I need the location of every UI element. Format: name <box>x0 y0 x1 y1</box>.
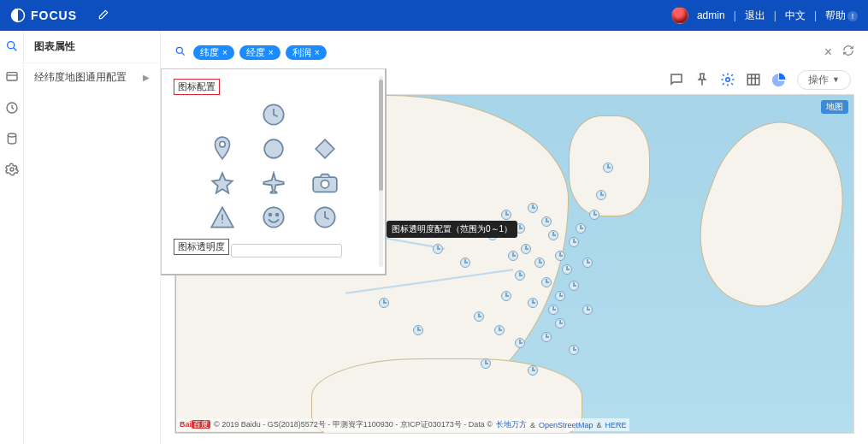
svg-point-14 <box>263 207 283 227</box>
data-rail-icon[interactable] <box>5 132 19 145</box>
lang-link[interactable]: 中文 <box>785 9 806 23</box>
left-panel: 图表属性 经纬度地图通用配置 ▶ <box>24 31 161 444</box>
svg-point-1 <box>7 42 14 49</box>
chip-longitude[interactable]: 经度× <box>239 45 280 60</box>
smile-icon[interactable] <box>261 204 286 230</box>
clear-icon[interactable]: × <box>824 44 832 60</box>
pin-icon[interactable] <box>694 72 710 87</box>
gear-icon[interactable] <box>720 72 735 87</box>
chip-latitude[interactable]: 纬度× <box>193 45 234 60</box>
chevron-right-icon: ▶ <box>143 73 150 82</box>
attr-link[interactable]: 长地万方 <box>496 419 527 430</box>
username[interactable]: admin <box>697 9 725 21</box>
rail-nav <box>0 31 24 444</box>
close-icon[interactable]: × <box>269 48 274 57</box>
table-icon[interactable] <box>746 72 761 87</box>
svg-point-10 <box>219 141 224 146</box>
chevron-down-icon: ▼ <box>832 75 840 84</box>
icon-grid <box>174 102 373 230</box>
operate-button[interactable]: 操作▼ <box>797 70 851 90</box>
icon-config-label: 图标配置 <box>174 79 220 95</box>
clock2-icon[interactable] <box>312 204 338 230</box>
history-rail-icon[interactable] <box>5 101 19 115</box>
panel-row-label: 经纬度地图通用配置 <box>34 70 127 85</box>
search-bar: 纬度× 经度× 利润× × <box>174 39 854 65</box>
brand-text: FOCUS <box>31 9 77 22</box>
sep: | <box>734 9 736 21</box>
settings-rail-icon[interactable] <box>5 163 19 176</box>
svg-point-6 <box>176 47 182 53</box>
opacity-label: 图标透明度 <box>174 239 229 255</box>
chip-profit[interactable]: 利润× <box>286 45 327 60</box>
board-rail-icon[interactable] <box>5 70 19 84</box>
svg-point-15 <box>269 214 271 216</box>
svg-point-5 <box>10 168 14 171</box>
triangle-icon[interactable] <box>210 204 235 230</box>
refresh-icon[interactable] <box>842 44 854 60</box>
logout-link[interactable]: 退出 <box>745 9 765 23</box>
panel-title: 图表属性 <box>24 31 160 63</box>
close-icon[interactable]: × <box>315 48 320 57</box>
svg-point-13 <box>321 181 328 188</box>
opacity-tooltip: 图标透明度配置（范围为0～1） <box>387 221 517 238</box>
edit-icon[interactable] <box>97 9 109 23</box>
search-icon[interactable] <box>174 45 186 60</box>
sep: | <box>774 9 776 21</box>
header-right: admin | 退出 | 中文 | 帮助! <box>671 7 858 24</box>
help-badge-icon: ! <box>847 11 858 21</box>
map-type-badge[interactable]: 地图 <box>821 100 848 114</box>
main-area: 纬度× 经度× 利润× × 操作▼ <box>161 31 868 444</box>
camera-icon[interactable] <box>312 170 338 196</box>
app-header: FOCUS admin | 退出 | 中文 | 帮助! <box>0 0 868 31</box>
svg-rect-2 <box>7 73 17 80</box>
brand-icon <box>10 8 26 23</box>
svg-point-16 <box>275 214 278 216</box>
diamond-icon[interactable] <box>312 136 338 162</box>
brand-logo: FOCUS <box>10 8 77 23</box>
opacity-input[interactable] <box>231 244 342 258</box>
svg-point-11 <box>264 139 283 158</box>
avatar[interactable] <box>671 7 688 24</box>
attr-link[interactable]: OpenStreetMap <box>539 421 593 429</box>
piechart-icon[interactable] <box>771 72 787 87</box>
circle-icon[interactable] <box>261 136 286 162</box>
map-attribution: Bai百度 © 2019 Baidu - GS(2018)5572号 - 甲测资… <box>177 418 629 431</box>
attr-link[interactable]: HERE <box>605 421 627 429</box>
svg-rect-8 <box>747 74 759 85</box>
search-rail-icon[interactable] <box>5 39 19 53</box>
scrollbar[interactable] <box>379 76 383 267</box>
plane-icon[interactable] <box>261 170 286 196</box>
svg-point-4 <box>8 133 15 137</box>
pin-icon[interactable] <box>210 136 235 162</box>
close-icon[interactable]: × <box>222 48 227 57</box>
sep: | <box>814 9 817 21</box>
panel-row-geo-config[interactable]: 经纬度地图通用配置 ▶ <box>24 63 160 92</box>
help-link[interactable]: 帮助! <box>825 9 858 23</box>
comment-icon[interactable] <box>669 72 684 87</box>
svg-point-7 <box>726 78 730 82</box>
icon-config-panel: 图标配置 图标透明度 <box>161 68 387 275</box>
search-chips: 纬度× 经度× 利润× <box>193 45 327 60</box>
clock-icon[interactable] <box>261 102 286 127</box>
star-icon[interactable] <box>210 170 235 196</box>
